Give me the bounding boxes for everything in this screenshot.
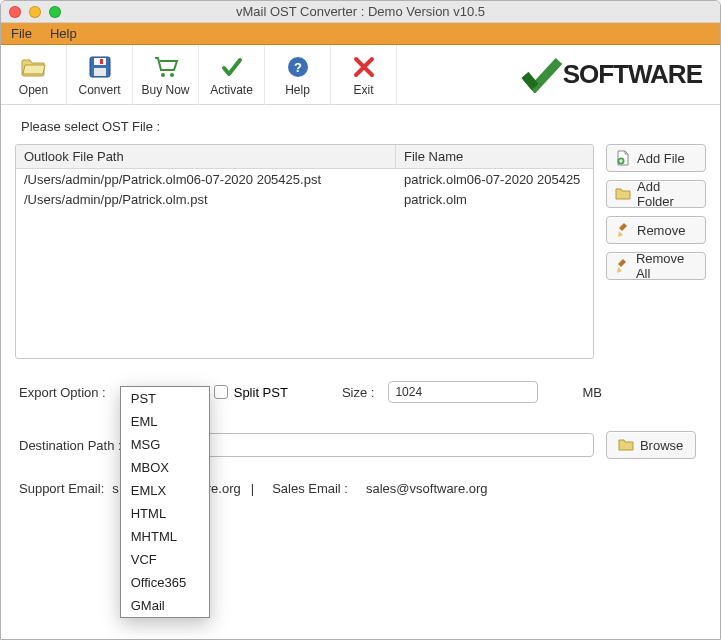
save-icon: [86, 53, 114, 81]
check-icon: [218, 53, 246, 81]
split-pst-checkbox[interactable]: Split PST: [214, 385, 288, 400]
support-email-suffix: re.org: [207, 481, 241, 496]
dropdown-item[interactable]: MSG: [121, 433, 209, 456]
destination-label: Destination Path :: [19, 438, 122, 453]
svg-rect-2: [100, 59, 103, 64]
brand-text: SOFTWARE: [563, 59, 702, 90]
size-input[interactable]: [388, 381, 538, 403]
app-window: vMail OST Converter : Demo Version v10.5…: [0, 0, 721, 640]
titlebar: vMail OST Converter : Demo Version v10.5: [1, 1, 720, 23]
table-header: Outlook File Path File Name: [16, 145, 593, 169]
destination-row: Destination Path : Browse: [15, 431, 706, 459]
help-label: Help: [285, 83, 310, 97]
close-x-icon: [350, 53, 378, 81]
dropdown-item[interactable]: MHTML: [121, 525, 209, 548]
add-folder-label: Add Folder: [637, 179, 697, 209]
checkbox-icon: [214, 385, 228, 399]
table-row[interactable]: /Users/admin/pp/Patrick.olm06-07-2020 20…: [16, 169, 593, 189]
toolbar: Open Convert Buy Now Activate ? Help: [1, 45, 720, 105]
table-row[interactable]: /Users/admin/pp/Patrick.olm.pst patrick.…: [16, 189, 593, 209]
dropdown-menu: PST EML MSG MBOX EMLX HTML MHTML VCF Off…: [120, 386, 210, 618]
remove-label: Remove: [637, 223, 685, 238]
svg-text:?: ?: [294, 60, 302, 75]
select-file-hint: Please select OST File :: [15, 115, 706, 144]
exit-button[interactable]: Exit: [331, 45, 397, 105]
sales-email-value: sales@vsoftware.org: [366, 481, 488, 496]
add-file-label: Add File: [637, 151, 685, 166]
col-name[interactable]: File Name: [396, 149, 593, 164]
remove-button[interactable]: Remove: [606, 216, 706, 244]
dropdown-item[interactable]: HTML: [121, 502, 209, 525]
export-option-label: Export Option :: [19, 385, 106, 400]
folder-icon: [615, 186, 631, 202]
exit-label: Exit: [353, 83, 373, 97]
cell-path: /Users/admin/pp/Patrick.olm.pst: [16, 192, 396, 207]
convert-button[interactable]: Convert: [67, 45, 133, 105]
cell-path: /Users/admin/pp/Patrick.olm06-07-2020 20…: [16, 172, 396, 187]
add-folder-button[interactable]: Add Folder: [606, 180, 706, 208]
browse-label: Browse: [640, 438, 683, 453]
dropdown-item[interactable]: VCF: [121, 548, 209, 571]
menubar: File Help: [1, 23, 720, 45]
add-file-button[interactable]: Add File: [606, 144, 706, 172]
svg-point-5: [170, 73, 174, 77]
footer: Support Email: s re.org | Sales Email : …: [15, 481, 706, 496]
open-button[interactable]: Open: [1, 45, 67, 105]
cell-name: patrick.olm: [396, 192, 593, 207]
remove-all-label: Remove All: [636, 251, 697, 281]
sales-email-label: Sales Email :: [272, 481, 348, 496]
convert-label: Convert: [78, 83, 120, 97]
support-email-label: Support Email:: [19, 481, 104, 496]
dropdown-item[interactable]: Office365: [121, 571, 209, 594]
side-buttons: Add File Add Folder Remove: [606, 144, 706, 359]
size-unit: MB: [582, 385, 602, 400]
cart-icon: [152, 53, 180, 81]
svg-rect-3: [94, 68, 106, 76]
browse-button[interactable]: Browse: [606, 431, 696, 459]
open-label: Open: [19, 83, 48, 97]
file-add-icon: [615, 150, 631, 166]
dropdown-item[interactable]: PST: [121, 387, 209, 410]
folder-icon: [618, 437, 634, 453]
dropdown-item[interactable]: EML: [121, 410, 209, 433]
support-email-prefix: s: [112, 481, 119, 496]
buy-now-button[interactable]: Buy Now: [133, 45, 199, 105]
folder-open-icon: [20, 53, 48, 81]
cell-name: patrick.olm06-07-2020 205425: [396, 172, 593, 187]
menu-help[interactable]: Help: [50, 26, 77, 41]
broom-icon: [615, 222, 631, 238]
activate-button[interactable]: Activate: [199, 45, 265, 105]
brand-check-icon: [519, 57, 563, 93]
remove-all-button[interactable]: Remove All: [606, 252, 706, 280]
split-label: Split PST: [234, 385, 288, 400]
dropdown-item[interactable]: EMLX: [121, 479, 209, 502]
svg-point-4: [161, 73, 165, 77]
content-area: Please select OST File : Outlook File Pa…: [1, 105, 720, 506]
help-icon: ?: [284, 53, 312, 81]
buy-label: Buy Now: [141, 83, 189, 97]
activate-label: Activate: [210, 83, 253, 97]
options-row: Export Option : PST EML MSG MBOX EMLX HT…: [15, 381, 706, 403]
menu-file[interactable]: File: [11, 26, 32, 41]
dropdown-item[interactable]: MBOX: [121, 456, 209, 479]
window-title: vMail OST Converter : Demo Version v10.5: [1, 4, 720, 19]
size-label: Size :: [342, 385, 375, 400]
dropdown-item[interactable]: GMail: [121, 594, 209, 617]
help-button[interactable]: ? Help: [265, 45, 331, 105]
file-table: Outlook File Path File Name /Users/admin…: [15, 144, 594, 359]
brand-logo: SOFTWARE: [397, 57, 720, 93]
col-path[interactable]: Outlook File Path: [16, 145, 396, 168]
broom-icon: [615, 258, 630, 274]
